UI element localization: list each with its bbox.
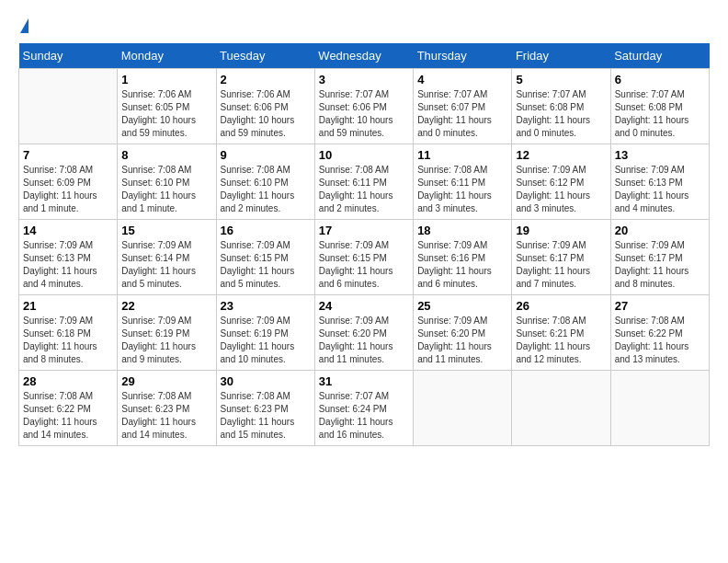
day-info: Sunrise: 7:06 AM Sunset: 6:05 PM Dayligh… [121,88,211,140]
day-info: Sunrise: 7:08 AM Sunset: 6:23 PM Dayligh… [221,390,311,442]
day-info: Sunrise: 7:09 AM Sunset: 6:13 PM Dayligh… [615,164,705,215]
calendar-cell: 24 Sunrise: 7:09 AM Sunset: 6:20 PM Dayl… [314,295,413,371]
day-info: Sunrise: 7:09 AM Sunset: 6:19 PM Dayligh… [121,315,211,366]
calendar-cell: 15 Sunrise: 7:09 AM Sunset: 6:14 PM Dayl… [118,220,216,295]
calendar-cell: 17 Sunrise: 7:09 AM Sunset: 6:15 PM Dayl… [314,220,413,295]
calendar-cell: 29 Sunrise: 7:08 AM Sunset: 6:23 PM Dayl… [118,371,216,446]
weekday-header-friday: Friday [512,43,610,69]
weekday-header-thursday: Thursday [414,43,512,69]
weekday-header-monday: Monday [118,43,216,69]
day-number: 1 [121,73,211,86]
weekday-header-saturday: Saturday [610,43,709,69]
day-number: 13 [615,148,705,162]
day-info: Sunrise: 7:07 AM Sunset: 6:24 PM Dayligh… [319,390,409,442]
day-info: Sunrise: 7:09 AM Sunset: 6:16 PM Dayligh… [417,239,507,291]
day-number: 11 [417,148,507,162]
day-info: Sunrise: 7:07 AM Sunset: 6:06 PM Dayligh… [319,88,409,140]
day-info: Sunrise: 7:07 AM Sunset: 6:08 PM Dayligh… [615,88,705,140]
calendar-cell [610,371,709,446]
day-number: 30 [221,374,311,388]
day-number: 23 [221,299,311,313]
calendar-cell: 31 Sunrise: 7:07 AM Sunset: 6:24 PM Dayl… [314,371,413,446]
day-info: Sunrise: 7:09 AM Sunset: 6:19 PM Dayligh… [221,315,311,366]
calendar-cell: 11 Sunrise: 7:08 AM Sunset: 6:11 PM Dayl… [414,144,512,220]
day-number: 22 [121,299,211,313]
day-info: Sunrise: 7:09 AM Sunset: 6:20 PM Dayligh… [319,315,409,366]
calendar-cell: 14 Sunrise: 7:09 AM Sunset: 6:13 PM Dayl… [19,220,118,295]
day-number: 2 [221,73,311,86]
day-number: 24 [319,299,409,313]
day-info: Sunrise: 7:08 AM Sunset: 6:10 PM Dayligh… [221,164,311,215]
day-number: 8 [121,148,211,162]
day-info: Sunrise: 7:08 AM Sunset: 6:11 PM Dayligh… [319,164,409,215]
day-info: Sunrise: 7:07 AM Sunset: 6:08 PM Dayligh… [516,88,606,140]
day-info: Sunrise: 7:09 AM Sunset: 6:17 PM Dayligh… [615,239,705,291]
day-number: 10 [319,148,409,162]
day-number: 18 [417,224,507,237]
calendar-cell: 12 Sunrise: 7:09 AM Sunset: 6:12 PM Dayl… [512,144,610,220]
calendar-cell: 26 Sunrise: 7:08 AM Sunset: 6:21 PM Dayl… [512,295,610,371]
calendar-cell [414,371,512,446]
day-number: 7 [23,148,113,162]
calendar-cell: 28 Sunrise: 7:08 AM Sunset: 6:22 PM Dayl… [19,371,118,446]
day-info: Sunrise: 7:08 AM Sunset: 6:21 PM Dayligh… [516,315,606,366]
day-number: 26 [516,299,606,313]
day-number: 21 [23,299,113,313]
calendar-cell: 19 Sunrise: 7:09 AM Sunset: 6:17 PM Dayl… [512,220,610,295]
logo [18,18,28,34]
day-info: Sunrise: 7:08 AM Sunset: 6:23 PM Dayligh… [121,390,211,442]
calendar-cell [19,69,118,144]
calendar-cell: 30 Sunrise: 7:08 AM Sunset: 6:23 PM Dayl… [216,371,314,446]
day-number: 25 [417,299,507,313]
day-number: 15 [121,224,211,237]
day-info: Sunrise: 7:09 AM Sunset: 6:15 PM Dayligh… [221,239,311,291]
calendar-cell: 23 Sunrise: 7:09 AM Sunset: 6:19 PM Dayl… [216,295,314,371]
day-info: Sunrise: 7:08 AM Sunset: 6:11 PM Dayligh… [417,164,507,215]
day-number: 19 [516,224,606,237]
logo-triangle-icon [20,18,28,33]
day-info: Sunrise: 7:09 AM Sunset: 6:17 PM Dayligh… [516,239,606,291]
calendar-cell: 9 Sunrise: 7:08 AM Sunset: 6:10 PM Dayli… [216,144,314,220]
day-info: Sunrise: 7:06 AM Sunset: 6:06 PM Dayligh… [221,88,311,140]
day-number: 29 [121,374,211,388]
calendar-cell: 13 Sunrise: 7:09 AM Sunset: 6:13 PM Dayl… [610,144,709,220]
day-number: 16 [221,224,311,237]
day-number: 31 [319,374,409,388]
day-info: Sunrise: 7:09 AM Sunset: 6:20 PM Dayligh… [417,315,507,366]
calendar-cell: 2 Sunrise: 7:06 AM Sunset: 6:06 PM Dayli… [216,69,314,144]
day-number: 9 [221,148,311,162]
calendar-cell: 16 Sunrise: 7:09 AM Sunset: 6:15 PM Dayl… [216,220,314,295]
day-info: Sunrise: 7:09 AM Sunset: 6:12 PM Dayligh… [516,164,606,215]
calendar-cell: 5 Sunrise: 7:07 AM Sunset: 6:08 PM Dayli… [512,69,610,144]
calendar-table: SundayMondayTuesdayWednesdayThursdayFrid… [18,43,710,446]
calendar-cell: 27 Sunrise: 7:08 AM Sunset: 6:22 PM Dayl… [610,295,709,371]
calendar-cell: 6 Sunrise: 7:07 AM Sunset: 6:08 PM Dayli… [610,69,709,144]
calendar-cell: 18 Sunrise: 7:09 AM Sunset: 6:16 PM Dayl… [414,220,512,295]
day-info: Sunrise: 7:08 AM Sunset: 6:09 PM Dayligh… [23,164,113,215]
day-number: 5 [516,73,606,86]
weekday-header-sunday: Sunday [19,43,118,69]
calendar-cell: 8 Sunrise: 7:08 AM Sunset: 6:10 PM Dayli… [118,144,216,220]
day-number: 20 [615,224,705,237]
day-info: Sunrise: 7:08 AM Sunset: 6:22 PM Dayligh… [615,315,705,366]
weekday-header-wednesday: Wednesday [314,43,413,69]
day-info: Sunrise: 7:09 AM Sunset: 6:14 PM Dayligh… [121,239,211,291]
day-number: 14 [23,224,113,237]
calendar-cell: 1 Sunrise: 7:06 AM Sunset: 6:05 PM Dayli… [118,69,216,144]
day-info: Sunrise: 7:08 AM Sunset: 6:22 PM Dayligh… [23,390,113,442]
calendar-cell: 20 Sunrise: 7:09 AM Sunset: 6:17 PM Dayl… [610,220,709,295]
calendar-cell: 22 Sunrise: 7:09 AM Sunset: 6:19 PM Dayl… [118,295,216,371]
calendar-cell: 25 Sunrise: 7:09 AM Sunset: 6:20 PM Dayl… [414,295,512,371]
day-number: 3 [319,73,409,86]
day-info: Sunrise: 7:07 AM Sunset: 6:07 PM Dayligh… [417,88,507,140]
day-number: 27 [615,299,705,313]
calendar-cell: 10 Sunrise: 7:08 AM Sunset: 6:11 PM Dayl… [314,144,413,220]
weekday-header-tuesday: Tuesday [216,43,314,69]
day-number: 6 [615,73,705,86]
day-info: Sunrise: 7:09 AM Sunset: 6:13 PM Dayligh… [23,239,113,291]
day-info: Sunrise: 7:08 AM Sunset: 6:10 PM Dayligh… [121,164,211,215]
header [18,18,710,34]
calendar-cell: 3 Sunrise: 7:07 AM Sunset: 6:06 PM Dayli… [314,69,413,144]
calendar-cell: 21 Sunrise: 7:09 AM Sunset: 6:18 PM Dayl… [19,295,118,371]
day-info: Sunrise: 7:09 AM Sunset: 6:18 PM Dayligh… [23,315,113,366]
